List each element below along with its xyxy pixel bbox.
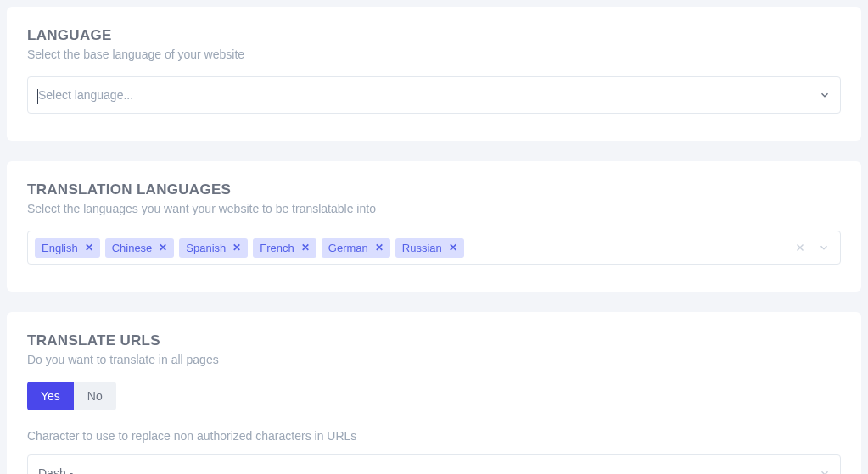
translate-urls-toggle: Yes No (27, 382, 116, 410)
chevron-down-icon[interactable] (818, 242, 830, 254)
language-tag-label: Spanish (186, 242, 226, 254)
translate-urls-card: TRANSLATE URLS Do you want to translate … (7, 312, 861, 474)
remove-tag-icon[interactable]: ✕ (449, 242, 457, 254)
language-tag: English✕ (35, 238, 100, 258)
remove-tag-icon[interactable]: ✕ (85, 242, 93, 254)
language-select-wrap: Select language... (27, 76, 841, 114)
language-title: LANGUAGE (27, 27, 841, 44)
toggle-yes-button[interactable]: Yes (27, 382, 74, 410)
url-character-value: Dash - (38, 466, 73, 474)
language-card: LANGUAGE Select the base language of you… (7, 7, 861, 141)
language-tag: Russian✕ (395, 238, 464, 258)
language-tag-label: English (42, 242, 78, 254)
url-character-label: Character to use to replace non authoriz… (27, 429, 841, 443)
clear-all-icon[interactable] (794, 242, 806, 254)
toggle-no-button[interactable]: No (74, 382, 116, 410)
remove-tag-icon[interactable]: ✕ (375, 242, 384, 254)
language-tag-label: Russian (402, 242, 442, 254)
language-select[interactable]: Select language... (27, 76, 841, 114)
translation-languages-tags[interactable]: English✕Chinese✕Spanish✕French✕German✕Ru… (27, 231, 841, 265)
language-tag-label: French (260, 242, 294, 254)
language-tag: Spanish✕ (179, 238, 248, 258)
url-character-select-wrap: Dash - (27, 454, 841, 474)
language-tag: French✕ (253, 238, 316, 258)
translation-languages-title: TRANSLATION LANGUAGES (27, 181, 841, 198)
translate-urls-title: TRANSLATE URLS (27, 332, 841, 349)
translation-languages-card: TRANSLATION LANGUAGES Select the languag… (7, 161, 861, 292)
language-tag-label: German (328, 242, 368, 254)
remove-tag-icon[interactable]: ✕ (159, 242, 167, 254)
language-tag: Chinese✕ (105, 238, 175, 258)
language-subtitle: Select the base language of your website (27, 47, 841, 61)
remove-tag-icon[interactable]: ✕ (301, 242, 310, 254)
translate-urls-subtitle: Do you want to translate in all pages (27, 353, 841, 366)
language-placeholder: Select language... (38, 88, 133, 102)
text-cursor (37, 89, 38, 104)
remove-tag-icon[interactable]: ✕ (232, 242, 241, 254)
language-tag-label: Chinese (112, 242, 153, 254)
language-tag: German✕ (322, 238, 390, 258)
url-character-select[interactable]: Dash - (27, 454, 841, 474)
translation-languages-subtitle: Select the languages you want your websi… (27, 202, 841, 215)
